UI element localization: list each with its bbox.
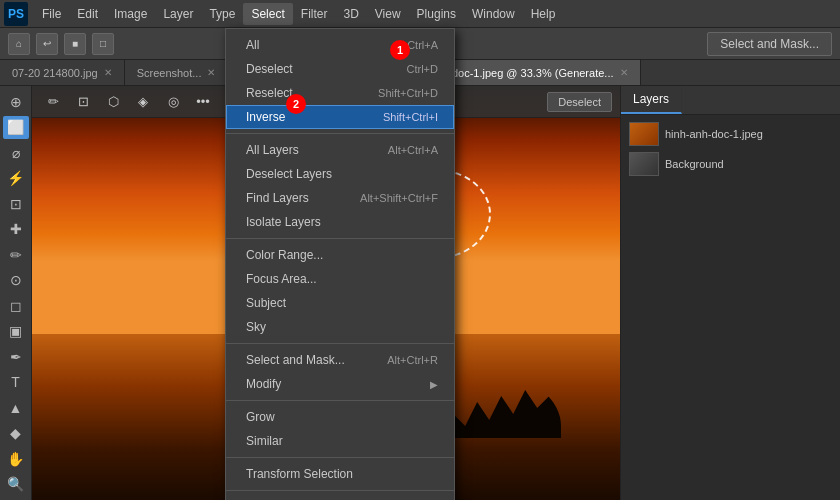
paint-brush-icon[interactable]: ✏	[40, 89, 66, 115]
more-icon[interactable]: •••	[190, 89, 216, 115]
dd-transform-selection[interactable]: Transform Selection	[226, 462, 454, 486]
spot-heal-tool[interactable]: ✚	[3, 218, 29, 242]
dd-reselect-shortcut: Shift+Ctrl+D	[378, 87, 438, 99]
menu-view[interactable]: View	[367, 3, 409, 25]
annotation-1: 1	[390, 40, 410, 60]
select-mask-button[interactable]: Select and Mask...	[707, 32, 832, 56]
dd-all-layers[interactable]: All Layers Alt+Ctrl+A	[226, 138, 454, 162]
menu-3d[interactable]: 3D	[335, 3, 366, 25]
layer-name: Background	[665, 158, 832, 170]
dd-sep-2	[226, 238, 454, 239]
layer-item[interactable]: hinh-anh-doc-1.jpeg	[625, 119, 836, 149]
home-icon[interactable]: ⌂	[8, 33, 30, 55]
menu-image[interactable]: Image	[106, 3, 155, 25]
filter-icon[interactable]: ◈	[130, 89, 156, 115]
menu-edit[interactable]: Edit	[69, 3, 106, 25]
tab-close-screenshot[interactable]: ✕	[207, 67, 215, 78]
dd-deselect[interactable]: Deselect Ctrl+D	[226, 57, 454, 81]
tab-label: Screenshot...	[137, 67, 202, 79]
dd-reselect[interactable]: Reselect Shift+Ctrl+D	[226, 81, 454, 105]
dropdown-menu-container: All Ctrl+A Deselect Ctrl+D Reselect Shif…	[225, 28, 455, 500]
dd-color-range-label: Color Range...	[246, 248, 438, 262]
select-icon[interactable]: ⊡	[70, 89, 96, 115]
tab-layers[interactable]: Layers	[621, 86, 682, 114]
dd-deselect-label: Deselect	[246, 62, 397, 76]
crop-tool[interactable]: ⊡	[3, 192, 29, 216]
dd-inverse-shortcut: Shift+Ctrl+I	[383, 111, 438, 123]
dd-edit-quick-mask[interactable]: Edit in Quick Mask Mode	[226, 495, 454, 500]
dd-find-layers[interactable]: Find Layers Alt+Shift+Ctrl+F	[226, 186, 454, 210]
dd-sky[interactable]: Sky	[226, 315, 454, 339]
view-icon[interactable]: ◎	[160, 89, 186, 115]
dd-modify-arrow: ▶	[430, 379, 438, 390]
zoom-tool[interactable]: 🔍	[3, 473, 29, 497]
rect-sel-icon[interactable]: □	[92, 33, 114, 55]
dd-find-layers-label: Find Layers	[246, 191, 350, 205]
dd-deselect-layers[interactable]: Deselect Layers	[226, 162, 454, 186]
dd-select-mask-label: Select and Mask...	[246, 353, 377, 367]
tab-close-07-20[interactable]: ✕	[104, 67, 112, 78]
hand-tool[interactable]: ✋	[3, 447, 29, 471]
dd-modify-label: Modify	[246, 377, 420, 391]
clone-tool[interactable]: ⊙	[3, 269, 29, 293]
eraser-tool[interactable]: ◻	[3, 294, 29, 318]
dd-grow[interactable]: Grow	[226, 405, 454, 429]
annotation-2: 2	[286, 94, 306, 114]
layer-item[interactable]: Background	[625, 149, 836, 179]
menu-type[interactable]: Type	[201, 3, 243, 25]
dd-grow-label: Grow	[246, 410, 438, 424]
dd-modify[interactable]: Modify ▶	[226, 372, 454, 396]
dd-all[interactable]: All Ctrl+A	[226, 33, 454, 57]
dd-subject-label: Subject	[246, 296, 438, 310]
menu-select[interactable]: Select	[243, 3, 292, 25]
move-tool[interactable]: ⊕	[3, 90, 29, 114]
dd-select-mask[interactable]: Select and Mask... Alt+Ctrl+R	[226, 348, 454, 372]
menu-window[interactable]: Window	[464, 3, 523, 25]
dd-sep-1	[226, 133, 454, 134]
dd-subject[interactable]: Subject	[226, 291, 454, 315]
layer-thumbnail	[629, 122, 659, 146]
menu-bar: PS File Edit Image Layer Type Select Fil…	[0, 0, 840, 28]
menu-help[interactable]: Help	[523, 3, 564, 25]
dd-focus-area[interactable]: Focus Area...	[226, 267, 454, 291]
transform-icon[interactable]: ⬡	[100, 89, 126, 115]
deselect-button[interactable]: Deselect	[547, 92, 612, 112]
dd-isolate-layers-label: Isolate Layers	[246, 215, 428, 229]
brush-tool[interactable]: ✏	[3, 243, 29, 267]
dd-inverse-label: Inverse	[246, 110, 373, 124]
gradient-tool[interactable]: ▣	[3, 320, 29, 344]
quick-select-tool[interactable]: ⚡	[3, 167, 29, 191]
pen-tool[interactable]: ✒	[3, 345, 29, 369]
dd-isolate-layers[interactable]: Isolate Layers	[226, 210, 454, 234]
dd-inverse[interactable]: Inverse Shift+Ctrl+I	[226, 105, 454, 129]
dd-sep-5	[226, 457, 454, 458]
undo-icon[interactable]: ↩	[36, 33, 58, 55]
dd-select-mask-shortcut: Alt+Ctrl+R	[387, 354, 438, 366]
menu-file[interactable]: File	[34, 3, 69, 25]
select-dropdown: All Ctrl+A Deselect Ctrl+D Reselect Shif…	[225, 28, 455, 500]
menu-layer[interactable]: Layer	[155, 3, 201, 25]
tab-label: 07-20 214800.jpg	[12, 67, 98, 79]
dd-focus-area-label: Focus Area...	[246, 272, 438, 286]
dd-all-layers-label: All Layers	[246, 143, 378, 157]
lasso-tool[interactable]: ⌀	[3, 141, 29, 165]
dd-sep-4	[226, 400, 454, 401]
path-sel-tool[interactable]: ▲	[3, 396, 29, 420]
menu-plugins[interactable]: Plugins	[409, 3, 464, 25]
dd-similar[interactable]: Similar	[226, 429, 454, 453]
dd-all-shortcut: Ctrl+A	[407, 39, 438, 51]
layer-name: hinh-anh-doc-1.jpeg	[665, 128, 832, 140]
dd-color-range[interactable]: Color Range...	[226, 243, 454, 267]
right-panel: Layers hinh-anh-doc-1.jpeg Background	[620, 86, 840, 500]
tab-screenshot[interactable]: Screenshot... ✕	[125, 60, 229, 86]
shape-tool[interactable]: ◆	[3, 422, 29, 446]
type-tool[interactable]: T	[3, 371, 29, 395]
tab-close-hinh[interactable]: ✕	[620, 67, 628, 78]
tab-07-20[interactable]: 07-20 214800.jpg ✕	[0, 60, 125, 86]
new-doc-icon[interactable]: ■	[64, 33, 86, 55]
dd-deselect-layers-label: Deselect Layers	[246, 167, 428, 181]
dd-sky-label: Sky	[246, 320, 438, 334]
menu-filter[interactable]: Filter	[293, 3, 336, 25]
left-toolbar: ⊕ ⬜ ⌀ ⚡ ⊡ ✚ ✏ ⊙ ◻ ▣ ✒ T ▲ ◆ ✋ 🔍	[0, 86, 32, 500]
marquee-tool[interactable]: ⬜	[3, 116, 29, 140]
